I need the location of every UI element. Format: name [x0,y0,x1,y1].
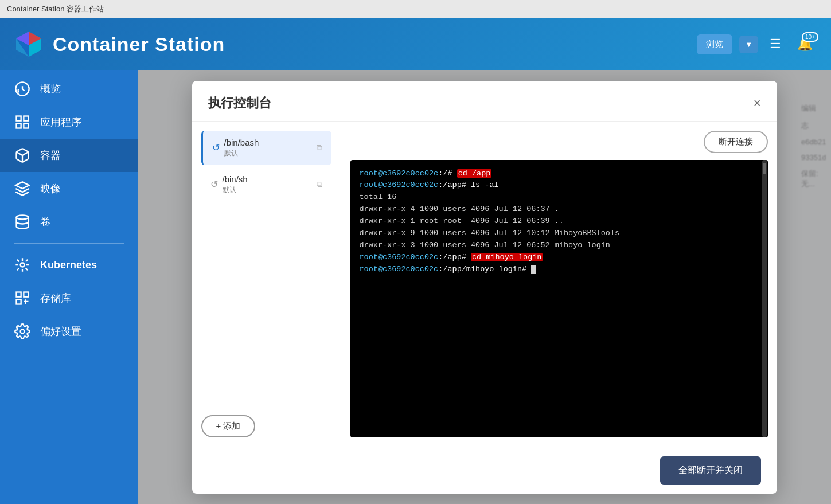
sidebar-label-containers: 容器 [40,149,61,162]
kubernetes-icon [14,256,31,274]
svg-rect-16 [17,299,21,304]
browse-dropdown-button[interactable]: ▼ [739,36,758,53]
terminal-highlight-2: cd mihoyo_login [471,253,543,261]
sidebar-item-preferences[interactable]: 偏好设置 [0,315,138,348]
sidebar-label-kubernetes: Kubernetes [40,259,97,271]
terminal-highlight-1: cd /app [457,169,492,178]
refresh-icon-bash: ↺ [212,142,220,153]
sidebar-item-storage[interactable]: 存储库 [0,282,138,315]
modal-right-panel: 断开连接 root@c3692c0cc02c:/# cd /app root@c… [341,122,777,447]
sidebar-divider-2 [14,353,124,353]
add-shell-button[interactable]: + 添加 [201,415,256,437]
sidebar-label-preferences: 偏好设置 [40,325,81,338]
shell-bash-name: /bin/bash [224,138,312,147]
app: Container Station 浏览 ▼ ☰ 🔔 10+ [0,18,831,504]
svg-rect-6 [17,116,21,121]
header: Container Station 浏览 ▼ ☰ 🔔 10+ [0,18,831,70]
speedometer-icon [14,80,31,97]
scrollbar-track [762,160,767,437]
shell-item-bash[interactable]: ↺ /bin/bash 默认 ⧉ [201,131,331,165]
terminal-line-7: drwxr-xr-x 3 1000 users 4096 Jul 12 06:5… [360,240,759,252]
browse-button[interactable]: 浏览 [697,34,732,54]
modal-header: 执行控制台 × [192,81,777,122]
box-icon [14,147,31,164]
svg-point-13 [21,263,25,267]
terminal-line-6: drwxr-xr-x 9 1000 users 4096 Jul 12 10:1… [360,228,759,240]
terminal-line-5: drwxr-xr-x 1 root root 4096 Jul 12 06:39… [360,216,759,228]
titlebar-text: Container Station 容器工作站 [7,4,104,14]
layers-icon [14,180,31,197]
shell-sh-name: /bin/sh [223,174,312,184]
gear-icon [14,323,31,340]
terminal-line-2: root@c3692c0cc02c:/app# ls -al [360,179,759,192]
svg-point-12 [17,215,29,219]
svg-rect-7 [24,116,28,121]
sidebar: 概览 应用程序 [0,70,138,504]
svg-point-17 [21,330,25,334]
refresh-icon-sh: ↺ [210,179,218,190]
modal-body: ↺ /bin/bash 默认 ⧉ ↺ [192,122,777,447]
stack-icon: ☰ [770,37,781,51]
svg-rect-8 [17,123,21,128]
sidebar-item-containers[interactable]: 容器 [0,139,138,172]
modal-footer: 全部断开并关闭 [192,447,777,494]
scrollbar-thumb [763,163,766,174]
external-link-icon-sh[interactable]: ⧉ [317,179,322,189]
modal-left-footer: + 添加 [201,406,331,437]
header-title: Container Station [53,33,225,56]
terminal-line-4: drwxr-xr-x 4 1000 users 4096 Jul 12 06:3… [360,204,759,216]
shell-item-bash-info: /bin/bash 默认 [224,138,312,158]
sidebar-label-volumes: 卷 [40,215,50,229]
disconnect-all-button[interactable]: 全部断开并关闭 [660,456,761,485]
terminal[interactable]: root@c3692c0cc02c:/# cd /app root@c3692c… [350,160,768,437]
notification-button[interactable]: 🔔 10+ [793,34,817,54]
body: 概览 应用程序 [0,70,831,504]
terminal-line-1: root@c3692c0cc02c:/# cd /app [360,168,759,180]
disconnect-button[interactable]: 断开连接 [704,131,768,153]
terminal-cursor [531,265,536,274]
sidebar-label-storage: 存储库 [40,291,71,305]
database-icon [14,213,31,230]
svg-rect-9 [24,123,28,128]
modal-close-button[interactable]: × [754,97,761,110]
titlebar: Container Station 容器工作站 [0,0,831,18]
svg-rect-15 [24,292,28,297]
grid-icon [14,114,31,131]
svg-marker-11 [15,182,29,189]
stack-icon-button[interactable]: ☰ [765,34,786,54]
sidebar-label-images: 映像 [40,182,61,196]
main-content: 编辑 志 e6db21 93351d 保留:无... 执行控制台 × [138,70,831,504]
external-link-icon-bash[interactable]: ⧉ [317,143,322,153]
shell-bash-default: 默认 [224,149,312,158]
svg-rect-14 [17,292,21,297]
storage-icon [14,290,31,307]
shell-item-sh[interactable]: ↺ /bin/sh 默认 ⧉ [201,167,331,202]
modal-left-panel: ↺ /bin/bash 默认 ⧉ ↺ [192,122,341,447]
terminal-scrollbar[interactable] [762,160,767,437]
sidebar-divider-1 [14,243,124,244]
sidebar-item-kubernetes[interactable]: Kubernetes [0,248,138,282]
logo-icon [14,29,44,59]
sidebar-item-volumes[interactable]: 卷 [0,205,138,239]
terminal-header: 断开连接 [350,131,768,153]
modal-title: 执行控制台 [208,95,271,112]
header-actions: 浏览 ▼ ☰ 🔔 10+ [697,34,817,54]
shell-sh-default: 默认 [223,185,312,195]
sidebar-item-overview[interactable]: 概览 [0,72,138,106]
sidebar-item-applications[interactable]: 应用程序 [0,106,138,139]
terminal-line-3: total 16 [360,192,759,204]
sidebar-label-applications: 应用程序 [40,115,81,129]
sidebar-item-images[interactable]: 映像 [0,172,138,205]
shell-item-sh-info: /bin/sh 默认 [223,174,312,195]
terminal-line-9: root@c3692c0cc02c:/app/mihoyo_login# [360,264,759,276]
terminal-line-8: root@c3692c0cc02c:/app# cd mihoyo_login [360,252,759,264]
modal-dialog: 执行控制台 × ↺ /bin/bash 默认 [192,81,777,494]
notification-badge: 10+ [802,32,818,42]
modal-overlay: 执行控制台 × ↺ /bin/bash 默认 [138,70,831,504]
sidebar-label-overview: 概览 [40,82,61,96]
